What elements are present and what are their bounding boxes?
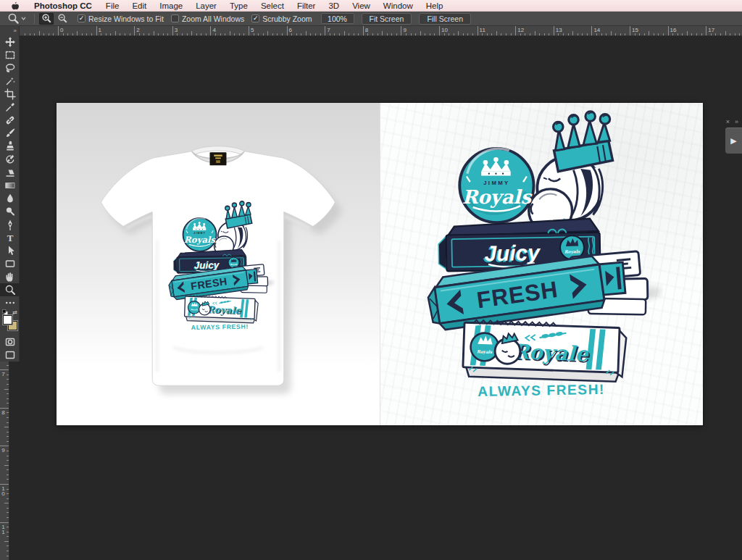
screen-mode-icon [4, 349, 16, 361]
apple-menu[interactable] [0, 1, 27, 11]
apple-icon [10, 1, 20, 11]
toolbar-collapse-button[interactable]: » [0, 26, 19, 35]
gradient-icon [4, 180, 16, 191]
tool-zoom[interactable] [0, 283, 20, 296]
default-colors-icon[interactable] [2, 309, 8, 315]
checkbox-scrubby-zoom[interactable]: ✓Scrubby Zoom [251, 14, 312, 23]
tshirt-illustration [62, 109, 374, 420]
design-artwork [425, 107, 663, 420]
tool-healing-brush[interactable] [0, 114, 20, 127]
lasso-icon [4, 62, 16, 74]
hand-icon [4, 271, 16, 283]
menu-3d[interactable]: 3D [322, 1, 346, 10]
zoom-option-checkboxes: ✓Resize Windows to FitZoom All Windows✓S… [70, 14, 312, 23]
path-selection-icon [4, 245, 16, 256]
tool-marquee[interactable] [0, 49, 20, 62]
color-swatches: ⇄ [0, 309, 20, 335]
ellipsis-icon [4, 297, 16, 309]
crop-icon [4, 88, 16, 100]
tool-magic-wand[interactable] [0, 75, 20, 88]
tool-screen-mode[interactable] [0, 348, 20, 362]
brush-icon [4, 128, 16, 139]
tool-quick-mask[interactable] [0, 335, 20, 348]
checkbox-checked-icon: ✓ [251, 14, 259, 22]
history-brush-icon [4, 154, 16, 165]
macos-menu-bar: Photoshop CC FileEditImageLayerTypeSelec… [0, 0, 742, 12]
tool-pen[interactable] [0, 218, 20, 231]
zoom-icon [4, 284, 16, 296]
panel-collapse-icon[interactable]: » [735, 118, 738, 125]
svg-text:T: T [7, 233, 13, 243]
play-icon: ▶ [730, 136, 736, 146]
fit-screen-button[interactable]: Fit Screen [362, 13, 412, 25]
menu-file[interactable]: File [99, 1, 126, 10]
tool-lasso[interactable] [0, 62, 20, 75]
eraser-icon [4, 167, 16, 178]
type-icon: T [4, 232, 16, 243]
marquee-icon [4, 49, 16, 61]
menu-select[interactable]: Select [254, 1, 291, 10]
zoom-in-button[interactable] [39, 13, 54, 25]
horizontal-ruler[interactable]: 01234567891011121314151617 [0, 26, 742, 36]
tool-history-brush[interactable] [0, 153, 20, 166]
pen-icon [4, 219, 16, 230]
tool-options-bar: ✓Resize Windows to FitZoom All Windows✓S… [0, 12, 742, 26]
menu-type[interactable]: Type [223, 1, 254, 10]
menu-filter[interactable]: Filter [291, 1, 322, 10]
tool-gradient[interactable] [0, 179, 20, 192]
tool-path-selection[interactable] [0, 244, 20, 257]
checkbox-resize-windows-to-fit[interactable]: ✓Resize Windows to Fit [78, 14, 164, 23]
zoom-in-icon [41, 13, 52, 24]
healing-brush-icon [4, 114, 16, 126]
checkbox-zoom-all-windows[interactable]: Zoom All Windows [171, 14, 244, 23]
menu-image[interactable]: Image [153, 1, 189, 10]
zoom-out-button[interactable] [55, 13, 70, 25]
tool-brush[interactable] [0, 127, 20, 140]
neck-label [210, 152, 227, 165]
double-chevron-icon: » [14, 28, 16, 34]
app-menu-title[interactable]: Photoshop CC [27, 1, 99, 10]
move-icon [4, 36, 16, 48]
tool-list: T [0, 35, 19, 309]
eyedropper-icon [4, 101, 16, 113]
tool-hand[interactable] [0, 270, 20, 283]
tool-eyedropper[interactable] [0, 101, 20, 114]
design-closeup-view [380, 103, 703, 425]
menu-view[interactable]: View [346, 1, 377, 10]
divider [34, 14, 35, 24]
zoom-out-icon [57, 13, 68, 24]
magic-wand-icon [4, 75, 16, 87]
menu-layer[interactable]: Layer [189, 1, 223, 10]
menu-window[interactable]: Window [377, 1, 420, 10]
checkbox-label: Zoom All Windows [182, 14, 244, 23]
swap-colors-icon[interactable]: ⇄ [12, 309, 17, 316]
checkbox-unchecked-icon [171, 14, 179, 22]
foreground-color-swatch[interactable] [3, 315, 12, 325]
tool-dodge[interactable] [0, 205, 20, 218]
collapsed-actions-panel: × » ▶ [720, 117, 742, 154]
tool-move[interactable] [0, 35, 20, 49]
dodge-icon [4, 206, 16, 217]
tool-eraser[interactable] [0, 166, 20, 179]
tool-ellipsis[interactable] [0, 296, 20, 309]
fill-screen-button[interactable]: Fill Screen [419, 13, 471, 25]
tool-shape[interactable] [0, 257, 20, 270]
zoom-percentage-input[interactable] [321, 13, 354, 24]
canvas-area[interactable]: × » ▶ [0, 36, 742, 560]
tool-crop[interactable] [0, 88, 20, 101]
checkbox-label: Resize Windows to Fit [88, 14, 164, 23]
blur-icon [4, 193, 16, 204]
menu-edit[interactable]: Edit [125, 1, 153, 10]
zoom-tool-icon [7, 12, 20, 25]
panel-close-icon[interactable]: × [726, 118, 730, 125]
shape-icon [4, 258, 16, 269]
tool-preset-picker[interactable] [0, 12, 30, 25]
tool-blur[interactable] [0, 192, 20, 205]
menu-help[interactable]: Help [420, 1, 450, 10]
document-view[interactable] [57, 103, 703, 425]
tool-type[interactable]: T [0, 231, 20, 244]
actions-play-button[interactable]: ▶ [725, 128, 742, 154]
quick-mask-icon [4, 336, 16, 348]
chevron-down-icon [21, 17, 26, 20]
tool-clone-stamp[interactable] [0, 140, 20, 153]
